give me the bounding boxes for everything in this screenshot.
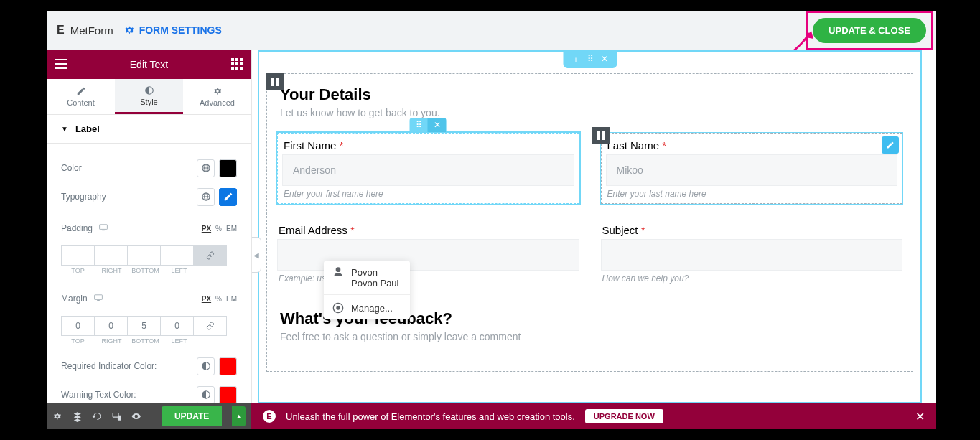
footer: UPDATE ▲ E Unleash the full power of Ele…: [47, 403, 936, 429]
email-widget[interactable]: Email Address * Example: user@website.co…: [277, 223, 579, 284]
email-input[interactable]: [277, 239, 579, 271]
settings-icon[interactable]: [52, 411, 62, 422]
update-close-wrap: UPDATE & CLOSE: [813, 18, 926, 43]
margin-bottom-input[interactable]: [127, 316, 161, 336]
required-color-swatch[interactable]: [219, 357, 237, 375]
widget-close-icon[interactable]: ✕: [428, 118, 447, 132]
sidebar: Edit Text Content Style Advanced: [47, 50, 251, 429]
padding-top-input[interactable]: [61, 245, 95, 266]
padding-right-input[interactable]: [94, 245, 128, 266]
padding-label: Padding: [61, 223, 93, 233]
section-label-text: Label: [75, 123, 100, 134]
unit-pct[interactable]: %: [215, 225, 222, 233]
section-add-icon[interactable]: ＋: [571, 54, 580, 66]
svg-rect-22: [113, 413, 118, 417]
svg-rect-9: [231, 67, 234, 70]
promo-close-icon[interactable]: ✕: [915, 410, 925, 423]
desktop-icon[interactable]: [99, 224, 108, 231]
warning-color-swatch[interactable]: [219, 386, 237, 404]
margin-left-input[interactable]: [160, 316, 194, 336]
section-close-icon[interactable]: ✕: [601, 54, 608, 66]
autofill-name: Povon: [351, 267, 378, 278]
globe-icon[interactable]: [197, 357, 215, 375]
form-section[interactable]: Your Details Let us know how to get back…: [266, 73, 913, 372]
unit-em[interactable]: EM: [226, 225, 237, 233]
person-icon: [332, 266, 344, 278]
tab-style-label: Style: [140, 98, 157, 106]
unit-em[interactable]: EM: [226, 295, 237, 303]
unit-px[interactable]: PX: [202, 225, 211, 233]
padding-left-input[interactable]: [160, 245, 194, 266]
tab-advanced[interactable]: Advanced: [183, 79, 251, 114]
control-required-color: Required Indicator Color:: [61, 352, 237, 380]
color-swatch[interactable]: [219, 159, 237, 177]
svg-rect-17: [276, 78, 279, 86]
control-padding: Padding PX % EM: [61, 211, 237, 281]
widget-edit-button[interactable]: [882, 136, 899, 154]
promo-text: Unleash the full power of Elementor's fe…: [286, 411, 575, 422]
first-name-widget[interactable]: ⠿ ✕ First Name * Anderson Enter your fir…: [277, 133, 579, 204]
last-name-help: Enter your last name here: [606, 186, 898, 199]
link-icon: [206, 322, 215, 330]
svg-rect-5: [240, 58, 243, 61]
footer-promo-bar: E Unleash the full power of Elementor's …: [251, 403, 936, 429]
svg-rect-15: [97, 300, 100, 301]
update-button[interactable]: UPDATE: [162, 406, 222, 426]
desktop-icon[interactable]: [94, 294, 103, 301]
globe-icon[interactable]: [197, 386, 215, 404]
svg-rect-16: [271, 78, 274, 86]
canvas[interactable]: ＋ ⠿ ✕ Your Details Let us know how to ge…: [258, 50, 922, 403]
typography-label: Typography: [61, 192, 106, 202]
column-handle-icon[interactable]: [592, 127, 610, 144]
pencil-icon: [76, 86, 86, 96]
section-drag-icon[interactable]: ⠿: [587, 54, 594, 66]
dim-right: RIGHT: [95, 337, 129, 345]
margin-right-input[interactable]: [94, 316, 128, 336]
first-name-label: First Name *: [282, 138, 574, 154]
dim-right: RIGHT: [95, 267, 129, 274]
section-label-accordion[interactable]: ▼ Label: [47, 115, 251, 144]
form-settings-link[interactable]: FORM SETTINGS: [123, 24, 222, 36]
padding-bottom-input[interactable]: [127, 245, 161, 266]
globe-icon[interactable]: [197, 188, 215, 206]
update-options-button[interactable]: ▲: [232, 406, 246, 426]
margin-link-toggle[interactable]: [193, 316, 227, 336]
preview-icon[interactable]: [131, 411, 141, 422]
svg-rect-8: [240, 62, 243, 65]
padding-link-toggle[interactable]: [193, 245, 227, 266]
svg-rect-19: [602, 131, 605, 140]
autofill-manage[interactable]: Manage...: [324, 296, 410, 319]
upgrade-now-button[interactable]: UPGRADE NOW: [585, 409, 663, 423]
unit-px[interactable]: PX: [202, 295, 211, 303]
last-name-input[interactable]: Mikoo: [606, 154, 898, 186]
margin-top-input[interactable]: [61, 316, 95, 336]
widget-drag-icon[interactable]: ⠿: [410, 118, 428, 132]
elementor-badge-icon: E: [263, 410, 276, 423]
column-handle-icon[interactable]: [266, 73, 284, 90]
contrast-icon: [144, 85, 154, 95]
dim-top: TOP: [61, 267, 95, 274]
sidebar-collapse-handle[interactable]: ◀: [251, 237, 261, 273]
history-icon[interactable]: [92, 411, 102, 422]
tab-content[interactable]: Content: [47, 79, 115, 114]
autofill-full-name[interactable]: Povon Paul: [324, 278, 410, 293]
responsive-icon[interactable]: [112, 411, 122, 422]
first-name-input[interactable]: Anderson: [282, 154, 574, 186]
svg-rect-11: [240, 67, 243, 70]
brand-label: MetForm: [70, 24, 113, 37]
last-name-widget[interactable]: Last Name * Mikoo Enter your last name h…: [601, 133, 903, 204]
unit-pct[interactable]: %: [215, 295, 222, 303]
heading-your-details: Your Details: [277, 81, 902, 106]
widgets-grid-icon[interactable]: [231, 58, 243, 72]
subject-input[interactable]: [601, 239, 903, 271]
typography-edit-button[interactable]: [219, 188, 237, 206]
update-and-close-button[interactable]: UPDATE & CLOSE: [813, 18, 926, 43]
dim-top: TOP: [61, 337, 95, 345]
subject-widget[interactable]: Subject * How can we help you?: [601, 223, 903, 284]
navigator-icon[interactable]: [73, 411, 83, 422]
globe-icon[interactable]: [197, 159, 215, 177]
hamburger-icon[interactable]: [55, 59, 67, 71]
tab-advanced-label: Advanced: [200, 98, 235, 107]
tab-style[interactable]: Style: [115, 79, 183, 114]
caret-down-icon: ▼: [61, 125, 68, 133]
